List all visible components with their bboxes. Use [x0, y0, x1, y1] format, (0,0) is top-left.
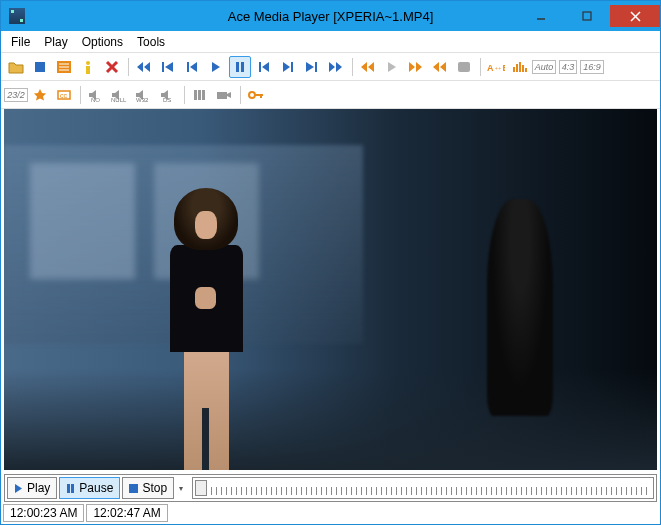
svg-text:cc: cc	[60, 92, 68, 99]
svg-rect-42	[129, 484, 138, 493]
next-chapter-button[interactable]	[301, 56, 323, 78]
playback-controls: Play Pause Stop ▾	[4, 474, 657, 502]
svg-text:W32: W32	[136, 97, 149, 102]
svg-rect-15	[236, 62, 239, 72]
nextframe-icon	[282, 61, 294, 73]
menu-options[interactable]: Options	[76, 33, 129, 51]
slow-icon	[432, 61, 448, 73]
ffwd-icon	[328, 61, 344, 73]
filters-button[interactable]	[189, 84, 211, 106]
eq-button[interactable]	[509, 56, 531, 78]
close-icon	[630, 11, 641, 22]
svg-rect-16	[241, 62, 244, 72]
skipfwd-icon	[408, 61, 424, 73]
maximize-button[interactable]	[564, 5, 610, 27]
pause-button[interactable]: Pause	[59, 477, 120, 499]
folder-icon	[8, 60, 24, 74]
pause-tb-button[interactable]	[229, 56, 251, 78]
svg-rect-4	[35, 62, 45, 72]
close-button[interactable]	[610, 5, 660, 27]
stop-button[interactable]: Stop	[122, 477, 174, 499]
pause-icon	[66, 483, 75, 494]
svg-rect-20	[458, 62, 470, 72]
stop-label: Stop	[142, 481, 167, 495]
play-tb-button[interactable]	[205, 56, 227, 78]
toolbar-separator	[181, 84, 187, 106]
aspect-169-label: 16:9	[580, 60, 604, 74]
filters-icon	[193, 89, 207, 101]
slow-button[interactable]	[429, 56, 451, 78]
app-window: Ace Media Player [XPERIA~1.MP4] File Pla…	[0, 0, 661, 525]
titlebar[interactable]: Ace Media Player [XPERIA~1.MP4]	[1, 1, 660, 31]
audio-null-button[interactable]: NULL	[109, 84, 131, 106]
stepfwd-icon	[258, 61, 270, 73]
pause-label: Pause	[79, 481, 113, 495]
open-button[interactable]	[5, 56, 27, 78]
controls-dropdown[interactable]: ▾	[176, 484, 186, 493]
aspect-43-button[interactable]: 4:3	[557, 56, 579, 78]
stop-icon	[129, 484, 138, 493]
settings-key-button[interactable]	[245, 84, 267, 106]
aspect-auto-label: Auto	[532, 60, 557, 74]
toolbar-playback: A↔B Auto 4:3 16:9	[1, 53, 660, 81]
video-content	[4, 109, 657, 470]
prev-chapter-button[interactable]	[157, 56, 179, 78]
menu-file[interactable]: File	[5, 33, 36, 51]
svg-rect-17	[259, 62, 261, 72]
seek-thumb[interactable]	[195, 480, 207, 496]
play-icon	[211, 61, 221, 73]
next-frame-button[interactable]	[277, 56, 299, 78]
audio-ds-button[interactable]: DS	[157, 84, 179, 106]
seek-ticks	[211, 487, 651, 495]
caption-button[interactable]: cc	[53, 84, 75, 106]
prev-icon	[161, 61, 175, 73]
aspect-169-button[interactable]: 16:9	[581, 56, 603, 78]
minimize-button[interactable]	[518, 5, 564, 27]
app-icon	[9, 8, 25, 24]
skip-fwd-button[interactable]	[405, 56, 427, 78]
star-icon	[34, 89, 46, 101]
step-back-button[interactable]	[181, 56, 203, 78]
seek-bar[interactable]	[192, 477, 654, 499]
camera-button[interactable]	[213, 84, 235, 106]
close-file-button[interactable]	[101, 56, 123, 78]
minimize-icon	[536, 11, 546, 21]
svg-text:NO: NO	[91, 97, 100, 102]
svg-text:A↔B: A↔B	[487, 63, 505, 73]
play-dim-button[interactable]	[381, 56, 403, 78]
ab-repeat-button[interactable]: A↔B	[485, 56, 507, 78]
svg-text:NULL: NULL	[111, 97, 127, 102]
svg-rect-40	[67, 484, 70, 493]
video-viewport[interactable]	[4, 109, 657, 470]
aspect-auto-button[interactable]: Auto	[533, 56, 555, 78]
stop-tb-button[interactable]	[29, 56, 51, 78]
audio-no-button[interactable]: NO	[85, 84, 107, 106]
status-bar: 12:00:23 AM 12:02:47 AM	[1, 504, 660, 524]
svg-rect-26	[525, 68, 527, 72]
info-button[interactable]	[77, 56, 99, 78]
svg-text:DS: DS	[163, 97, 171, 102]
svg-rect-22	[513, 67, 515, 72]
menu-play[interactable]: Play	[38, 33, 73, 51]
speaker-null-icon: NULL	[111, 88, 129, 102]
play-button[interactable]: Play	[7, 477, 57, 499]
ffwd-button[interactable]	[325, 56, 347, 78]
ratio-button[interactable]: 23/2	[5, 84, 27, 106]
step-fwd-button[interactable]	[253, 56, 275, 78]
menu-tools[interactable]: Tools	[131, 33, 171, 51]
snapshot-icon	[457, 61, 471, 73]
svg-rect-41	[71, 484, 74, 493]
favorite-button[interactable]	[29, 84, 51, 106]
audio-w32-button[interactable]: W32	[133, 84, 155, 106]
rewind-button[interactable]	[133, 56, 155, 78]
playlist-button[interactable]	[53, 56, 75, 78]
skip-back-button[interactable]	[357, 56, 379, 78]
toolbar-separator	[477, 56, 483, 78]
ratio-label: 23/2	[4, 88, 28, 102]
snapshot-button[interactable]	[453, 56, 475, 78]
svg-rect-24	[519, 62, 521, 72]
stop-icon	[34, 61, 46, 73]
skipback-icon	[360, 61, 376, 73]
info-icon	[82, 60, 94, 74]
next-icon	[305, 61, 319, 73]
